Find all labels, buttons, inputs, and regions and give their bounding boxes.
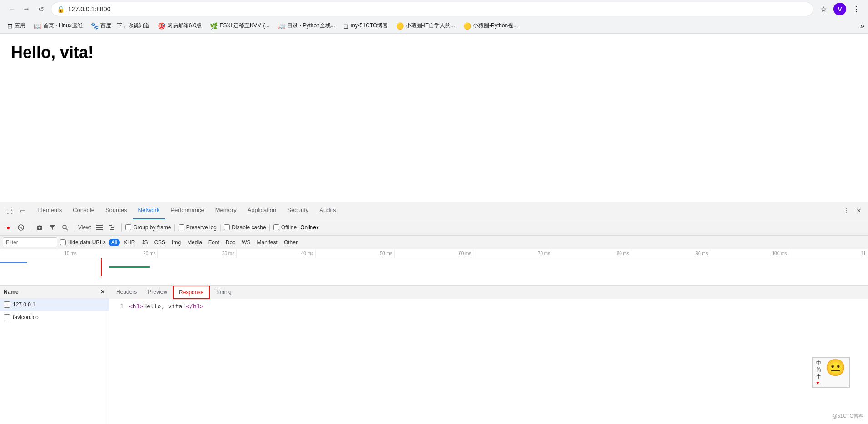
response-line: 1 <h1>Hello, vita!</h1> [113,303,864,310]
filter-type-other[interactable]: Other [281,239,300,246]
devtools-tab-sources[interactable]: Sources [100,202,133,219]
bookmark-label: 百度一下，你就知道 [100,22,149,30]
forward-button[interactable]: → [20,3,33,15]
filter-type-media[interactable]: Media [184,239,205,246]
svg-point-2 [63,225,66,229]
timeline-tick: 60 ms [395,249,474,258]
group-frame-checkbox[interactable]: Group by frame [125,224,171,231]
view-waterfall-icon[interactable] [107,222,118,233]
devtools-tab-elements[interactable]: Elements [32,202,67,219]
devtools-tab-audits[interactable]: Audits [314,202,341,219]
bookmark-item[interactable]: 🟡小猿圈-Python视... [460,20,521,31]
devtools-panel: ⬚ ▭ ElementsConsoleSourcesNetworkPerform… [0,202,868,424]
group-frame-input[interactable] [125,224,131,230]
svg-rect-7 [109,225,112,226]
lock-icon: 🔒 [57,5,64,13]
bookmark-item[interactable]: 📖目录 · Python全栈... [274,20,338,31]
disable-cache-checkbox[interactable]: Disable cache [224,224,266,231]
filter-type-font[interactable]: Font [206,239,222,246]
devtools-inspect-icon[interactable]: ⬚ [4,205,15,216]
offline-input[interactable] [273,224,279,230]
response-tab-timing[interactable]: Timing [210,286,237,299]
response-tab-headers[interactable]: Headers [111,286,142,299]
bookmarks-more[interactable]: » [860,22,864,30]
bookmark-item[interactable]: 🎯网易邮箱6.0版 [154,20,206,31]
online-button[interactable]: Online ▾ [298,222,321,233]
filter-input[interactable] [3,237,57,247]
back-button[interactable]: ← [5,3,18,15]
response-tab-preview[interactable]: Preview [142,286,173,299]
tag-close: </h1> [186,303,203,310]
toolbar-divider-1 [30,223,30,232]
record-button[interactable]: ● [3,222,14,233]
clear-button[interactable] [15,222,26,233]
devtools-tab-console[interactable]: Console [67,202,100,219]
svg-rect-8 [111,227,114,228]
file-list-close[interactable]: ✕ [100,289,105,295]
offline-checkbox[interactable]: Offline [273,224,297,231]
devtools-tab-network[interactable]: Network [133,202,165,219]
file-item[interactable]: favicon.ico [0,311,109,324]
hide-data-urls-input[interactable] [60,239,66,245]
search-button[interactable] [60,222,70,233]
preserve-log-input[interactable] [179,224,184,230]
bookmark-item[interactable]: 🟡小猿圈-IT自学人的... [392,20,459,31]
reload-button[interactable]: ↺ [35,3,47,15]
devtools-tabs: ElementsConsoleSourcesNetworkPerformance… [32,202,841,219]
file-checkbox[interactable] [4,301,10,308]
file-name: favicon.ico [13,314,39,320]
watermark-label2: 简 [816,366,821,373]
filter-type-js[interactable]: JS [139,239,150,246]
bookmark-item[interactable]: ⊞应用 [4,20,29,31]
timeline-ticks: 10 ms20 ms30 ms40 ms50 ms60 ms70 ms80 ms… [0,249,868,258]
filter-button[interactable] [47,222,58,233]
bookmark-item[interactable]: 🌿ESXI 迁移至KVM (... [206,20,273,31]
bookmark-item[interactable]: 🐾百度一下，你就知道 [87,20,153,31]
network-content: Name ✕ 127.0.0.1favicon.ico HeadersPrevi… [0,286,868,424]
bookmark-icon: 🟡 [463,22,471,30]
timeline-tick: 40 ms [237,249,316,258]
camera-button[interactable] [34,222,45,233]
filter-type-doc[interactable]: Doc [223,239,238,246]
disable-cache-input[interactable] [224,224,230,230]
file-checkbox[interactable] [4,314,10,320]
network-toolbar: ● View: Group by frame | Preserve [0,219,868,236]
svg-rect-5 [96,227,103,228]
devtools-tab-security[interactable]: Security [282,202,314,219]
file-item[interactable]: 127.0.0.1 [0,298,109,311]
svg-line-1 [20,226,22,229]
timeline-tick: 90 ms [631,249,710,258]
url-text: 127.0.0.1:8800 [68,5,808,13]
toolbar-sep-2: | [219,223,221,232]
filter-type-ws[interactable]: WS [239,239,253,246]
address-bar[interactable]: 🔒 127.0.0.1:8800 [51,2,813,16]
devtools-more-icon[interactable]: ⋮ [841,205,852,216]
bookmark-icon: 🌿 [210,22,218,30]
menu-button[interactable]: ⋮ [850,3,863,15]
timeline-bar-red [101,258,102,276]
devtools-tab-memory[interactable]: Memory [210,202,242,219]
devtools-tab-application[interactable]: Application [242,202,282,219]
response-tab-response[interactable]: Response [173,286,210,299]
bookmark-item[interactable]: ◻my-51CTO博客 [340,20,392,31]
timeline-bar-green [109,266,150,268]
line-code: <h1>Hello, vita!</h1> [129,303,203,310]
svg-line-3 [66,228,68,230]
filter-type-img[interactable]: Img [169,239,184,246]
devtools-close-icon[interactable]: ✕ [853,205,864,216]
filter-type-all[interactable]: All [109,239,120,246]
filter-type-css[interactable]: CSS [151,239,168,246]
view-list-icon[interactable] [94,222,105,233]
user-button[interactable]: V [833,3,846,15]
hide-data-urls-checkbox[interactable]: Hide data URLs [60,239,106,246]
devtools-mobile-icon[interactable]: ▭ [17,205,28,216]
filter-bar: Hide data URLs AllXHRJSCSSImgMediaFontDo… [0,236,868,249]
filter-type-manifest[interactable]: Manifest [254,239,280,246]
devtools-tab-performance[interactable]: Performance [165,202,209,219]
star-button[interactable]: ☆ [817,3,830,15]
bookmark-item[interactable]: 📖首页 · Linux运维 [30,20,86,31]
preserve-log-checkbox[interactable]: Preserve log [179,224,217,231]
bookmark-label: ESXI 迁移至KVM (... [219,22,269,30]
filter-type-xhr[interactable]: XHR [121,239,138,246]
timeline-tick: 20 ms [79,249,158,258]
